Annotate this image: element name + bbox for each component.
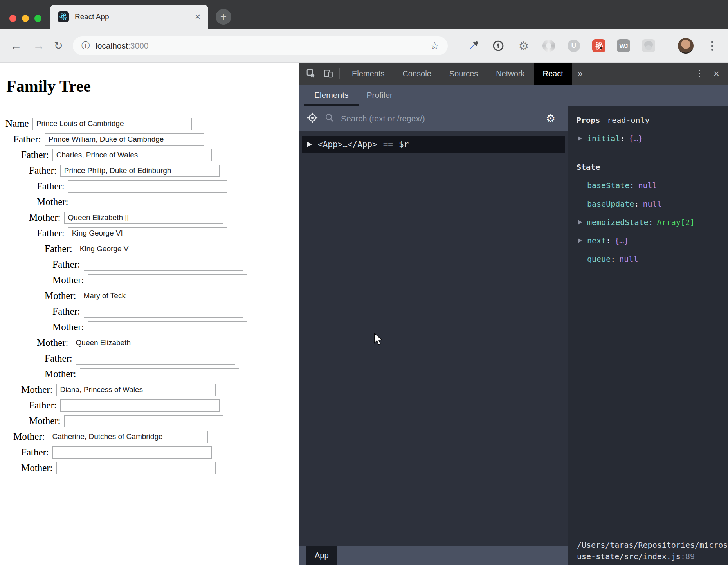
expand-arrow-icon[interactable] bbox=[578, 238, 584, 243]
devtools-tab[interactable]: Console bbox=[393, 63, 440, 85]
inspect-element-icon[interactable] bbox=[306, 68, 317, 79]
react-devtools-subtabs: Elements Profiler bbox=[299, 85, 728, 106]
page-title: Family Tree bbox=[6, 77, 299, 95]
state-value: null bbox=[619, 254, 638, 264]
forward-icon[interactable]: → bbox=[33, 29, 45, 63]
field-input[interactable] bbox=[56, 462, 216, 474]
more-tabs-icon[interactable]: » bbox=[578, 68, 583, 79]
react-subtab[interactable]: Profiler bbox=[367, 85, 393, 106]
swirl-extension-icon[interactable] bbox=[542, 39, 555, 52]
locate-component-icon[interactable] bbox=[306, 112, 318, 125]
state-item[interactable]: memoizedState Array[2] bbox=[577, 218, 728, 227]
component-tree-row[interactable]: <App>…</App> == $r bbox=[302, 136, 565, 153]
gear-extension-icon[interactable]: ⚙ bbox=[517, 39, 530, 52]
field-input[interactable] bbox=[72, 196, 231, 208]
expand-arrow-icon[interactable] bbox=[307, 142, 312, 147]
field-input[interactable] bbox=[52, 446, 212, 459]
form-row: Mother: bbox=[0, 288, 299, 304]
onepassword-extension-icon[interactable] bbox=[492, 39, 505, 52]
eyedropper-extension-icon[interactable] bbox=[467, 39, 480, 52]
search-icon bbox=[324, 113, 335, 124]
field-input[interactable] bbox=[76, 243, 235, 255]
breadcrumb-item-app[interactable]: App bbox=[306, 546, 337, 565]
field-input[interactable] bbox=[64, 212, 223, 224]
devtools-menu-icon[interactable] bbox=[699, 70, 700, 77]
new-tab-button[interactable]: + bbox=[216, 9, 231, 25]
field-label: Mother: bbox=[37, 196, 68, 207]
field-input[interactable] bbox=[68, 227, 227, 239]
family-tree-form: Name Father: Father: Father: bbox=[0, 116, 299, 476]
field-input[interactable] bbox=[64, 415, 223, 427]
devtools-tab[interactable]: Sources bbox=[440, 63, 487, 85]
field-input[interactable] bbox=[80, 368, 239, 380]
field-input[interactable] bbox=[32, 118, 192, 130]
bookmark-star-icon[interactable]: ☆ bbox=[430, 40, 439, 52]
field-input[interactable] bbox=[72, 337, 231, 349]
minimize-window-button[interactable] bbox=[22, 15, 29, 22]
expand-arrow-icon[interactable] bbox=[578, 136, 584, 141]
state-item[interactable]: baseUpdate null bbox=[577, 199, 728, 209]
close-window-button[interactable] bbox=[9, 15, 16, 22]
state-key: memoizedState bbox=[587, 218, 653, 227]
field-input[interactable] bbox=[52, 149, 212, 161]
field-input[interactable] bbox=[60, 165, 220, 177]
field-input[interactable] bbox=[88, 274, 247, 286]
react-subtab[interactable]: Elements bbox=[314, 85, 349, 106]
devtools-tab[interactable]: React bbox=[534, 63, 572, 85]
field-label: Father: bbox=[45, 243, 72, 254]
devtools-tab[interactable]: Elements bbox=[343, 63, 393, 85]
field-label: Father: bbox=[29, 165, 57, 176]
back-icon[interactable]: ← bbox=[10, 29, 22, 63]
field-input[interactable] bbox=[68, 180, 227, 193]
devtools-tab[interactable]: Network bbox=[487, 63, 533, 85]
field-label: Father: bbox=[13, 134, 41, 145]
u-extension-icon[interactable]: U bbox=[567, 39, 580, 52]
state-item[interactable]: queue null bbox=[577, 254, 728, 264]
field-input[interactable] bbox=[84, 306, 243, 318]
field-input[interactable] bbox=[60, 399, 220, 412]
state-item[interactable]: next {…} bbox=[577, 236, 728, 245]
field-label: Mother: bbox=[21, 462, 53, 473]
prop-item[interactable]: initial {…} bbox=[577, 134, 728, 143]
state-key: queue bbox=[587, 254, 615, 264]
state-value: null bbox=[643, 199, 661, 209]
field-label: Mother: bbox=[52, 275, 84, 286]
form-row: Mother: bbox=[0, 194, 299, 210]
devtools-tabs: Elements Console Sources Network React bbox=[343, 63, 572, 85]
field-input[interactable] bbox=[88, 321, 247, 333]
ember-extension-icon[interactable] bbox=[642, 39, 655, 52]
source-location-link[interactable]: /Users/taras/Repositories/microstates-us… bbox=[568, 540, 728, 565]
field-input[interactable] bbox=[56, 384, 216, 396]
state-item[interactable]: baseState null bbox=[577, 181, 728, 190]
field-input[interactable] bbox=[49, 431, 208, 443]
reload-icon[interactable]: ↻ bbox=[54, 29, 63, 63]
react-devtools-extension-icon[interactable] bbox=[592, 39, 605, 52]
address-bar[interactable]: ⓘ localhost :3000 ☆ bbox=[73, 36, 448, 55]
devtools-close-icon[interactable]: × bbox=[714, 68, 719, 80]
browser-tab[interactable]: React App × bbox=[50, 5, 208, 29]
state-section: State baseState null bbox=[568, 153, 728, 273]
field-label: Mother: bbox=[29, 416, 61, 426]
wj-extension-icon[interactable]: WJ bbox=[617, 39, 630, 52]
zoom-window-button[interactable] bbox=[34, 15, 41, 22]
field-input[interactable] bbox=[80, 290, 239, 302]
mouse-cursor bbox=[374, 333, 384, 347]
form-row: Father: bbox=[0, 163, 299, 178]
profile-avatar[interactable] bbox=[678, 38, 694, 54]
field-label: Father: bbox=[21, 447, 49, 458]
field-input[interactable] bbox=[84, 259, 243, 271]
form-row: Mother: bbox=[0, 319, 299, 335]
field-input[interactable] bbox=[45, 133, 204, 146]
settings-gear-icon[interactable]: ⚙ bbox=[546, 112, 555, 125]
form-row: Mother: bbox=[0, 210, 299, 225]
expand-arrow-icon[interactable] bbox=[578, 220, 584, 225]
window-controls bbox=[9, 15, 41, 22]
browser-menu-icon[interactable] bbox=[708, 39, 716, 52]
site-info-icon[interactable]: ⓘ bbox=[81, 40, 90, 52]
tab-close-icon[interactable]: × bbox=[195, 11, 200, 22]
field-input[interactable] bbox=[76, 353, 235, 365]
form-row: Father: bbox=[0, 178, 299, 194]
search-input[interactable] bbox=[341, 114, 540, 123]
field-label: Father: bbox=[45, 353, 72, 364]
device-toolbar-icon[interactable] bbox=[323, 68, 334, 79]
